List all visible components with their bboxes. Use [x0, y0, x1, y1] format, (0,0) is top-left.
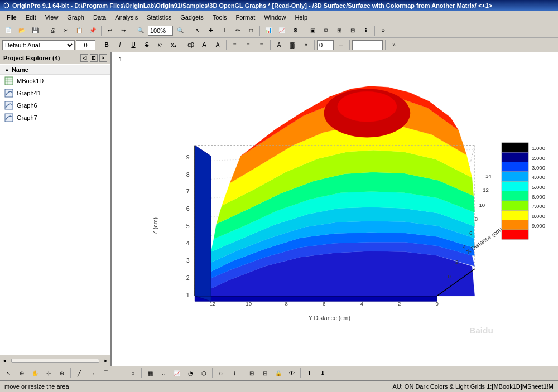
- bt-pan[interactable]: ✋: [29, 367, 41, 379]
- font-family-select[interactable]: Default: Arial: [2, 40, 75, 50]
- shape-btn[interactable]: □: [245, 25, 257, 37]
- menu-item-graph[interactable]: Graph: [62, 13, 89, 22]
- bt-statistics[interactable]: σ: [215, 367, 227, 379]
- pointer-btn[interactable]: ↖: [191, 25, 204, 37]
- zoom-out-btn[interactable]: 🔍: [174, 25, 186, 37]
- menu-item-help[interactable]: Help: [290, 13, 312, 22]
- data-btn[interactable]: 📈: [276, 25, 288, 37]
- graph-btn[interactable]: 📊: [262, 25, 275, 37]
- menu-item-analysis[interactable]: Analysis: [110, 13, 142, 22]
- sidebar-scroll-right[interactable]: ►: [102, 356, 110, 365]
- zoom-in-btn[interactable]: 🔍: [134, 25, 147, 37]
- italic-btn[interactable]: I: [114, 39, 126, 51]
- panel-btn[interactable]: ▣: [306, 25, 319, 37]
- menu-item-edit[interactable]: Edit: [21, 13, 41, 22]
- align-center-btn[interactable]: ≡: [242, 39, 254, 51]
- bgcolor-btn[interactable]: ▓: [286, 39, 299, 51]
- bt-zoom[interactable]: ⊕: [16, 367, 28, 379]
- copy-btn[interactable]: 📋: [73, 25, 85, 37]
- bt-export[interactable]: ⬆: [303, 367, 315, 379]
- bt-draw-arrow[interactable]: →: [86, 367, 99, 379]
- fontcolor-btn[interactable]: A: [273, 39, 285, 51]
- info-btn[interactable]: ℹ: [360, 25, 372, 37]
- new-btn[interactable]: 📄: [2, 25, 15, 37]
- sidebar-item-graph41[interactable]: Graph41: [0, 87, 110, 99]
- bt-data-reader[interactable]: ⊹: [42, 367, 55, 379]
- menu-item-statistics[interactable]: Statistics: [142, 13, 176, 22]
- sidebar-item-graph6[interactable]: Graph6: [0, 99, 110, 112]
- bt-import[interactable]: ⬇: [316, 367, 329, 379]
- sidebar-pin-btn[interactable]: ◁: [80, 54, 88, 62]
- open-btn[interactable]: 📂: [16, 25, 28, 37]
- font-size-input[interactable]: [76, 40, 95, 50]
- fill-color-input[interactable]: [352, 40, 383, 50]
- menu-item-window[interactable]: Window: [259, 13, 290, 22]
- greek-btn[interactable]: αβ: [185, 39, 197, 51]
- sidebar-close-btn[interactable]: ×: [99, 54, 107, 62]
- sidebar-item-mbook1d[interactable]: MBook1D: [0, 75, 110, 87]
- align-right-btn[interactable]: ≡: [256, 39, 268, 51]
- undo-btn[interactable]: ↩: [104, 25, 116, 37]
- align-left-btn[interactable]: ≡: [229, 39, 241, 51]
- print-btn[interactable]: 🖨: [46, 25, 59, 37]
- menu-item-data[interactable]: Data: [89, 13, 110, 22]
- zoom-input[interactable]: [148, 26, 173, 36]
- main-toolbar-1: 📄 📂 💾 🖨 ✂ 📋 📌 ↩ ↪ 🔍 🔍 ↖ ✚ T ✏ □ 📊 📈 ⚙ ▣ …: [0, 23, 558, 38]
- layer-btn[interactable]: ⧉: [320, 25, 332, 37]
- bt-draw-curve[interactable]: ⌒: [100, 367, 112, 379]
- fontAsmall-btn[interactable]: A: [211, 39, 224, 51]
- svg-text:7.000: 7.000: [532, 203, 545, 209]
- bt-screen-reader[interactable]: ⊕: [56, 367, 68, 379]
- subscript-btn[interactable]: x₂: [167, 39, 180, 51]
- menu-item-file[interactable]: File: [2, 13, 21, 22]
- superscript-btn[interactable]: x²: [154, 39, 166, 51]
- bt-bar-chart[interactable]: ▦: [144, 367, 156, 379]
- row-btn[interactable]: ⊟: [347, 25, 359, 37]
- menu-item-format[interactable]: Format: [231, 13, 259, 22]
- redo-btn[interactable]: ↪: [117, 25, 129, 37]
- bt-draw-line[interactable]: ╱: [73, 367, 85, 379]
- bt-eye[interactable]: 👁: [286, 367, 298, 379]
- strikethrough-btn[interactable]: S: [141, 39, 153, 51]
- bt-pie[interactable]: ◔: [184, 367, 196, 379]
- bt-grid[interactable]: ⊞: [246, 367, 258, 379]
- sidebar-item-graph7[interactable]: Graph7: [0, 112, 110, 124]
- bt-draw-rect[interactable]: □: [113, 367, 126, 379]
- col-btn[interactable]: ⊞: [333, 25, 345, 37]
- bold-btn[interactable]: B: [100, 39, 113, 51]
- cross-btn[interactable]: ✚: [205, 25, 217, 37]
- bt-line-chart[interactable]: 📈: [171, 367, 183, 379]
- draw-btn[interactable]: ✏: [232, 25, 244, 37]
- fontA-btn[interactable]: A: [198, 39, 210, 51]
- bt-table[interactable]: ⊟: [259, 367, 271, 379]
- analysis-btn[interactable]: ⚙: [289, 25, 301, 37]
- svg-text:5.000: 5.000: [532, 184, 545, 190]
- highlight-btn[interactable]: ☀: [300, 39, 312, 51]
- cut-btn[interactable]: ✂: [60, 25, 72, 37]
- bt-draw-ellipse[interactable]: ○: [127, 367, 139, 379]
- menu-item-tools[interactable]: Tools: [208, 13, 232, 22]
- linecolor-btn[interactable]: ─: [335, 39, 347, 51]
- bt-3d[interactable]: ⬡: [198, 367, 210, 379]
- text-btn[interactable]: T: [218, 25, 230, 37]
- graph-icon-41: [4, 89, 13, 98]
- menu-item-gadgets[interactable]: Gadgets: [176, 13, 208, 22]
- menu-item-view[interactable]: View: [41, 13, 63, 22]
- save-btn[interactable]: 💾: [29, 25, 41, 37]
- underline-btn[interactable]: U: [127, 39, 140, 51]
- sidebar-scroll-left[interactable]: ◄: [0, 356, 9, 365]
- svg-text:8: 8: [475, 216, 478, 222]
- font-sep6: [349, 40, 350, 50]
- status-bar: move or resize the area AU: ON Dark Colo…: [0, 380, 558, 392]
- sidebar-controls: ◁ ⊡ ×: [80, 54, 107, 62]
- misc-btn[interactable]: »: [388, 39, 400, 51]
- bt-pointer[interactable]: ↖: [2, 367, 15, 379]
- graph-tab-1[interactable]: 1: [112, 54, 129, 65]
- sidebar-float-btn[interactable]: ⊡: [90, 54, 98, 62]
- bt-regression[interactable]: ⌇: [228, 367, 240, 379]
- bt-lock[interactable]: 🔒: [272, 367, 285, 379]
- line-width-input[interactable]: [317, 40, 334, 50]
- paste-btn[interactable]: 📌: [86, 25, 99, 37]
- bt-scatter[interactable]: ∷: [157, 367, 170, 379]
- script-btn[interactable]: »: [377, 25, 389, 37]
